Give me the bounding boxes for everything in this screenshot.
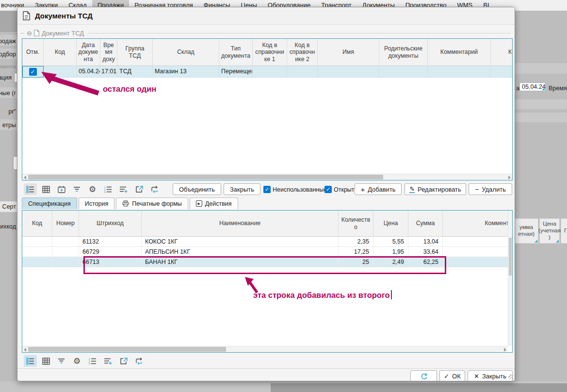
column-header[interactable]: Группа ТСД	[117, 39, 153, 65]
pencil-icon: ✎	[409, 186, 415, 193]
bg-date-field: 05.04.24	[519, 82, 546, 91]
horizontal-scrollbar[interactable]	[22, 346, 508, 352]
specification-table: Код Номер Штрихкод Наименование Количест…	[22, 210, 513, 353]
edit-button[interactable]: ✎Редактировать	[405, 183, 466, 195]
documents-table-header: Отм. Код Дата документа Время доку Групп…	[22, 39, 512, 66]
open-checkbox[interactable]: ✓ Открыт	[324, 186, 355, 193]
settings-gear-icon[interactable]: ⚙	[70, 355, 83, 367]
list-view-icon[interactable]	[24, 355, 37, 367]
resize-grip[interactable]	[508, 375, 513, 379]
bg-fragment: ные (г	[0, 90, 16, 97]
document-icon	[23, 11, 30, 20]
open-external-icon[interactable]	[117, 355, 130, 367]
dialog-title: Документы ТСД	[35, 12, 93, 20]
column-header[interactable]: Комментарий	[428, 39, 491, 65]
calendar-icon[interactable]	[55, 183, 68, 195]
column-header[interactable]: Код	[44, 39, 77, 65]
cross-icon: ✕	[474, 373, 479, 380]
close-documents-button[interactable]: Закрыть	[224, 183, 260, 195]
grid-view-icon[interactable]	[39, 355, 52, 367]
bg-table-header: умма етная)	[515, 218, 538, 244]
delete-button[interactable]: −Удалить	[469, 183, 512, 195]
vertical-scrollbar[interactable]	[508, 211, 512, 346]
settings-gear-icon[interactable]: ⚙	[86, 183, 99, 195]
column-header[interactable]: Тип документа	[219, 39, 253, 65]
column-header[interactable]: Количество	[339, 211, 373, 236]
cell-name: БАНАН 1КГ	[142, 257, 339, 267]
cell-barcode: 61132	[79, 237, 142, 247]
column-header[interactable]: Код в справочнике 2	[287, 39, 318, 65]
column-header[interactable]: Код	[22, 211, 52, 236]
cell-doc-type: Перемещени	[219, 66, 253, 78]
checkbox-icon[interactable]: ✓	[324, 186, 332, 193]
dialog-close-button[interactable]: ✕Закрыть	[468, 370, 513, 381]
cell-sum: 33,64	[408, 247, 443, 257]
tab-specification[interactable]: Спецификация	[22, 197, 77, 209]
scrollbar-thumb[interactable]	[28, 175, 383, 180]
add-list-icon[interactable]	[117, 183, 130, 195]
column-header[interactable]: Штрихкод	[79, 211, 142, 236]
table-row[interactable]: 66729 АПЕЛЬСИН 1КГ 17,25 1,95 33,64	[22, 247, 508, 257]
background-left-panel: родаж одбор мента ация ные (г pr" етры С…	[0, 11, 17, 381]
footer-divider	[17, 368, 515, 369]
filter-icon[interactable]	[55, 355, 68, 367]
add-list-icon[interactable]	[101, 355, 114, 367]
unused-checkbox[interactable]: ✓ Неиспользованные	[263, 186, 327, 193]
bg-fragment: мента	[0, 64, 16, 69]
open-external-icon[interactable]	[132, 183, 146, 195]
bg-fragment: Серт	[2, 203, 16, 210]
group-caption: ⊖ Документ ТСД	[17, 29, 515, 37]
repeat-icon[interactable]	[148, 183, 161, 195]
column-header[interactable]: Родительские документы	[379, 39, 428, 65]
table-row[interactable]: ✓ 05.04.24 17:01 ТСД Магазин 13 Перемеще…	[22, 66, 512, 78]
cell-qty: 25	[339, 257, 373, 267]
column-header[interactable]: Отм.	[22, 39, 44, 65]
scrollbar-thumb[interactable]	[28, 347, 226, 352]
refresh-button[interactable]	[410, 370, 437, 381]
grid-view-icon[interactable]	[39, 183, 52, 195]
cell-qty: 2,35	[339, 237, 373, 247]
table-row[interactable]: 61132 КОКОС 1КГ 2,35 5,55 13,04	[22, 237, 508, 247]
tab-print-forms[interactable]: Печатные формы	[116, 197, 188, 209]
numbered-list-icon[interactable]: 123	[101, 183, 114, 195]
bg-table-header: Цена (учетная )	[539, 218, 560, 244]
bg-table-header: Г	[561, 218, 567, 244]
svg-text:3: 3	[89, 362, 91, 365]
numbered-list-icon[interactable]: 123	[86, 355, 99, 367]
list-view-icon[interactable]	[24, 183, 37, 195]
add-button[interactable]: +Добавить	[355, 183, 402, 195]
documents-table: Отм. Код Дата документа Время доку Групп…	[22, 38, 513, 180]
scrollbar-thumb[interactable]	[509, 238, 512, 276]
checkbox-icon[interactable]: ✓	[263, 186, 271, 193]
cell-sum: 13,04	[408, 237, 443, 247]
horizontal-scrollbar[interactable]	[22, 174, 512, 180]
table-row-selected[interactable]: 66713 БАНАН 1КГ 25 2,49 62,25	[22, 257, 508, 267]
column-header[interactable]: Комментари	[443, 211, 513, 236]
tab-actions[interactable]: ▶ Действия	[190, 197, 238, 209]
svg-text:3: 3	[104, 191, 106, 193]
row-checkbox-cell[interactable]: ✓	[22, 66, 44, 78]
column-header[interactable]: Цена	[373, 211, 408, 236]
column-header[interactable]: К	[491, 39, 513, 65]
column-header[interactable]: Номер	[52, 211, 79, 236]
merge-button[interactable]: Объединить	[173, 183, 221, 195]
repeat-icon[interactable]	[132, 355, 146, 367]
tab-history[interactable]: История	[79, 197, 114, 209]
column-header[interactable]: Наименование	[142, 211, 339, 236]
ok-button[interactable]: ✓ОК	[439, 370, 465, 381]
cell-code	[44, 66, 77, 78]
collapse-icon[interactable]: ⊖	[27, 30, 32, 36]
column-header[interactable]: Склад	[153, 39, 219, 65]
spec-table-header: Код Номер Штрихкод Наименование Количест…	[22, 211, 508, 237]
column-header[interactable]: Дата документа	[77, 39, 100, 65]
cell-name: КОКОС 1КГ	[142, 237, 339, 247]
column-header[interactable]: Имя	[318, 39, 379, 65]
filter-icon[interactable]	[70, 183, 83, 195]
column-header[interactable]: Код в справочнике 1	[253, 39, 287, 65]
check-icon: ✓	[444, 373, 449, 380]
column-header[interactable]: Сумма	[408, 211, 443, 236]
column-header[interactable]: Время доку	[100, 39, 117, 65]
cell-price: 1,95	[373, 247, 408, 257]
row-checkbox[interactable]: ✓	[29, 68, 37, 76]
bg-fragment: ация	[0, 74, 12, 81]
